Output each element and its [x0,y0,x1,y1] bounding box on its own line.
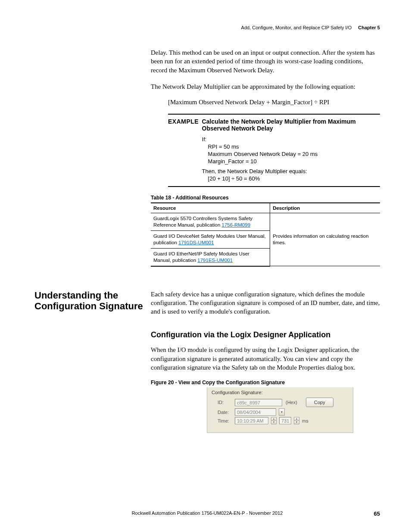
example-line: [20 + 10] ÷ 50 = 60% [208,175,380,182]
section-body: Each safety device has a unique configur… [151,290,380,433]
table-cell: Guard I/O DeviceNet Safety Modules User … [151,230,270,248]
copy-button[interactable]: Copy [306,398,333,407]
section-row: Understanding the Configuration Signatur… [34,290,380,433]
example-line: RPI = 50 ms [208,143,380,150]
dropdown-icon[interactable]: ▼ [279,408,285,416]
example-line: Maximum Observed Network Delay = 20 ms [208,151,380,157]
paragraph: Each safety device has a unique configur… [151,290,380,316]
group-label: Configuration Signature: [212,390,349,395]
id-label: ID: [218,400,232,405]
date-row: Date: 08/04/2004 ▼ [218,408,349,416]
subheading: Configuration via the Logix Designer App… [151,330,380,339]
time-field[interactable]: 10:10:29 AM [235,417,268,424]
paragraph: The Network Delay Multiplier can be appr… [151,82,380,91]
figure-caption: Figure 20 - View and Copy the Configurat… [151,380,380,386]
equation: [Maximum Observed Network Delay + Margin… [168,99,380,106]
example-label: EXAMPLE [168,118,202,183]
publication-link[interactable]: 1756-RM099 [222,222,250,227]
time-row: Time: 10:10:29 AM ▲▼ 731 ▲▼ ms [218,417,349,424]
resources-table: Resource Description GuardLogix 5570 Con… [151,202,380,267]
page-number: 65 [374,510,380,517]
header-title: Add, Configure, Monitor, and Replace CIP… [241,25,352,30]
example-line: If: [202,136,380,143]
ms-spinner[interactable]: ▲▼ [294,417,299,424]
table-header: Description [270,203,380,213]
id-field[interactable]: c89c_8997 [235,399,282,406]
config-signature-panel: Configuration Signature: ID: c89c_8997 (… [207,387,353,433]
example-body: Calculate the Network Delay Multiplier f… [202,118,380,183]
publication-info: Rockwell Automation Publication 1756-UM0… [132,510,283,516]
table-header: Resource [151,203,270,213]
table-cell: Guard I/O EtherNet/IP Safety Modules Use… [151,248,270,266]
header-chapter: Chapter 5 [358,25,380,30]
running-header: Add, Configure, Monitor, and Replace CIP… [34,25,380,30]
table-cell: GuardLogix 5570 Controllers Systems Safe… [151,213,270,231]
example-line: Margin_Factor = 10 [208,158,380,165]
example-box: EXAMPLE Calculate the Network Delay Mult… [168,114,380,187]
time-label: Time: [218,418,232,423]
publication-link[interactable]: 1791ES-UM001 [197,258,233,263]
date-label: Date: [218,410,232,415]
main-column: Delay. This method can be used on an inp… [151,48,380,267]
page-footer: Rockwell Automation Publication 1756-UM0… [34,510,380,516]
time-spinner[interactable]: ▲▼ [271,417,277,424]
example-title: Calculate the Network Delay Multiplier f… [202,118,380,132]
hex-label: (Hex) [286,400,297,405]
table-caption: Table 18 - Additional Resources [151,195,380,201]
example-line: Then, the Network Delay Multiplier equal… [202,168,380,174]
table-cell: Provides information on calculating reac… [270,213,380,266]
paragraph: When the I/O module is configured by usi… [151,345,380,372]
id-row: ID: c89c_8997 (Hex) Copy [218,398,349,407]
date-field[interactable]: 08/04/2004 [235,408,276,416]
time-ms-field[interactable]: 731 [279,417,291,424]
page: Add, Configure, Monitor, and Replace CIP… [0,0,411,532]
paragraph: Delay. This method can be used on an inp… [151,48,380,75]
ms-unit: ms [302,418,308,423]
side-heading: Understanding the Configuration Signatur… [34,290,151,312]
publication-link[interactable]: 1791DS-UM001 [178,240,214,245]
